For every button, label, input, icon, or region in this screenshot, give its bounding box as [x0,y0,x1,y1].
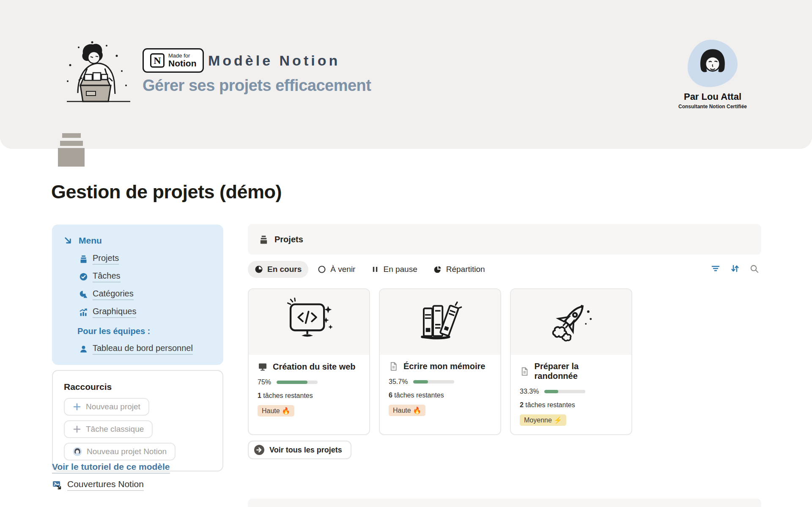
progress-bar [277,381,318,384]
bar-chart-icon [79,308,88,317]
desktop-computer-icon [258,362,268,372]
image-external-link-icon [52,480,62,490]
progress-percent: 75% [258,378,271,386]
notion-logo-icon: N [150,53,165,68]
mini-avatar-icon [73,447,82,456]
document-icon [389,362,398,371]
pie-chart-icon [433,265,442,274]
classic-task-button[interactable]: Tâche classique [64,420,153,438]
card-cover [511,289,631,355]
main-content: Projets En cours À venir En pause [248,224,761,507]
made-for-notion-badge: N Made for Notion [143,48,204,73]
shortcuts-title: Raccourcis [64,382,211,392]
arrow-down-right-icon [63,236,73,246]
badge-made-for-text: Made for [168,53,196,59]
shortcut-label: Nouveau projet [86,402,140,411]
author-name: Par Lou Attal [662,91,763,102]
tab-repartition[interactable]: Répartition [427,261,492,278]
progress-percent: 33.3% [520,388,539,395]
badge-notion-text: Notion [168,59,196,68]
priority-badge: Haute 🔥 [389,405,425,416]
project-cards: Création du site web 75% 1 tâches restan… [248,288,761,435]
sort-icon[interactable] [730,263,740,274]
projects-tabs: En cours À venir En pause Répartition [248,261,761,278]
sidebar-item-label[interactable]: Tâches [93,271,121,282]
shortcut-label: Tâche classique [86,425,144,434]
view-toolbar [710,263,759,274]
sidebar-item-label[interactable]: Graphiques [93,307,136,318]
inbox-icon [79,255,88,263]
author-block: Par Lou Attal Consultante Notion Certifi… [662,40,763,110]
tab-en-cours[interactable]: En cours [248,261,308,278]
plus-icon [73,403,81,411]
books-illustration [411,297,469,347]
page-cover-banner: N Made for Notion Modèle Notion Gérer se… [0,0,812,149]
page-title: Gestion de projets (démo) [51,181,282,203]
sidebar-item-label[interactable]: Projets [93,253,119,265]
notion-covers-link-row[interactable]: Couvertures Notion [52,479,144,491]
search-icon[interactable] [749,264,759,274]
project-card-title[interactable]: Création du site web [273,362,356,372]
menu-teams-label: Pour les équipes : [77,326,213,336]
project-card-ecrire-memoire[interactable]: Écrire mon mémoire 35.7% 6 tâches restan… [379,288,501,435]
banner-subtitle: Gérer ses projets efficacement [143,77,371,95]
remaining-tasks: 6 tâches restantes [389,392,491,399]
new-notion-project-button[interactable]: Nouveau projet Notion [64,443,176,460]
author-face-illustration [694,44,732,82]
tab-label[interactable]: À venir [330,265,355,274]
shapes-icon [79,290,88,299]
person-icon [79,345,88,354]
plus-icon [73,425,81,433]
tab-label[interactable]: En pause [383,265,417,274]
new-project-button[interactable]: Nouveau projet [64,398,149,416]
sidebar-item-taches[interactable]: Tâches [79,271,213,282]
project-card-title[interactable]: Préparer la randonnée [535,362,623,381]
document-icon [520,367,529,376]
progress-bar [544,390,585,393]
inbox-icon [259,235,269,244]
monitor-code-illustration [280,297,337,347]
sidebar-item-categories[interactable]: Catégories [79,289,213,300]
page-archive-icon[interactable] [58,133,85,167]
author-avatar [688,40,738,87]
tasks-section-header: Tâches [248,499,761,507]
circle-outline-icon [318,265,326,274]
project-card-title[interactable]: Écrire mon mémoire [403,362,485,371]
project-card-preparer-randonnee[interactable]: Préparer la randonnée 33.3% 2 tâches res… [510,288,632,435]
card-cover [249,289,369,355]
sidebar: Menu Projets Tâches Catégories [52,225,223,471]
tab-label[interactable]: Répartition [446,265,485,274]
remaining-tasks: 1 tâches restantes [258,392,360,400]
progress-circle-icon [255,265,263,274]
progress-percent: 35.7% [389,378,408,386]
projects-section-title: Projets [274,235,303,244]
shortcuts-card: Raccourcis Nouveau projet Tâche classiqu… [52,370,223,471]
tab-en-pause[interactable]: En pause [365,261,424,278]
sidebar-item-tableau-de-bord[interactable]: Tableau de bord personnel [79,343,213,355]
sidebar-item-graphiques[interactable]: Graphiques [79,307,213,318]
remaining-tasks: 2 tâches restantes [520,401,623,409]
shortcut-label: Nouveau projet Notion [87,447,167,456]
sidebar-item-projets[interactable]: Projets [79,253,213,265]
project-card-creation-site-web[interactable]: Création du site web 75% 1 tâches restan… [248,288,370,435]
projects-section-header: Projets [248,224,761,255]
sidebar-item-label[interactable]: Catégories [93,289,134,300]
pause-icon [371,265,379,274]
card-cover [380,289,500,355]
tutorial-link[interactable]: Voir le tutoriel de ce modèle [52,462,170,474]
covers-link-label[interactable]: Couvertures Notion [67,479,144,491]
filter-icon[interactable] [710,263,721,274]
banner-title: Modèle Notion [208,52,340,69]
progress-bar [413,380,454,384]
tab-label[interactable]: En cours [267,265,302,274]
menu-card: Menu Projets Tâches Catégories [52,225,223,365]
check-circle-icon [79,272,88,281]
view-all-projects-button[interactable]: Voir tous les projets [248,441,351,459]
author-subtitle: Consultante Notion Certifiée [662,104,763,110]
person-with-archive-illustration [63,39,134,109]
tab-a-venir[interactable]: À venir [311,261,362,278]
sidebar-item-label[interactable]: Tableau de bord personnel [93,343,193,355]
view-all-label: Voir tous les projets [269,446,342,455]
menu-title: Menu [79,236,102,246]
arrow-right-circle-icon [254,444,265,455]
